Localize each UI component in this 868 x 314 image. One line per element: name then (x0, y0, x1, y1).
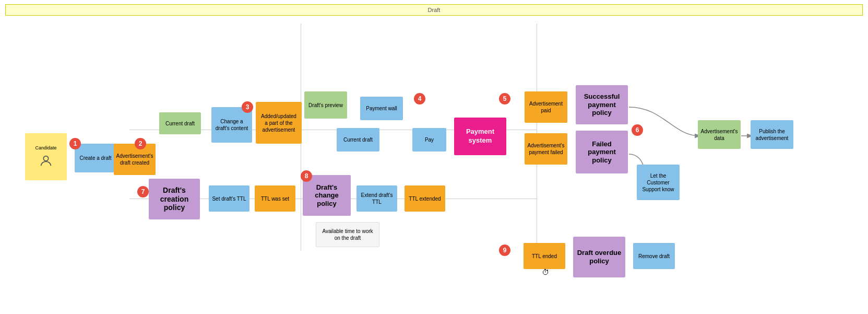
ttl-ended-label: TTL ended (532, 253, 557, 260)
note-ttl-was-set: TTL was set (255, 185, 295, 212)
note-drafts-preview: Draft's preview (304, 91, 347, 119)
badge-1: 1 (69, 138, 81, 149)
note-payment-wall: Payment wall (360, 97, 403, 120)
note-set-drafts-ttl: Set draft's TTL (209, 185, 249, 212)
note-remove-draft: Remove draft (633, 243, 675, 269)
badge-8: 8 (301, 170, 312, 182)
adv-data-label: Advertisement's data (701, 128, 738, 142)
note-draft-overdue-policy: Draft overdue policy (573, 237, 625, 277)
note-drafts-change-policy: Draft's change policy (303, 175, 351, 216)
drafts-preview-label: Draft's preview (308, 102, 343, 109)
badge-9: 9 (499, 245, 510, 256)
current-draft-2-label: Current draft (343, 136, 373, 143)
successful-payment-policy-label: Successful payment policy (579, 92, 625, 117)
badge-2: 2 (135, 138, 146, 149)
payment-wall-label: Payment wall (366, 105, 397, 112)
note-added-updated: Added/updated a part of the advertisemen… (256, 102, 302, 144)
note-current-draft-2: Current draft (337, 128, 379, 152)
note-customer-support: Let the Customer Support know (637, 165, 680, 200)
customer-support-label: Let the Customer Support know (640, 172, 676, 193)
drafts-creation-policy-label: Draft's creation policy (152, 186, 197, 212)
note-drafts-creation-policy: Draft's creation policy (149, 179, 200, 219)
publish-adv-label: Publish the advertisement (754, 128, 790, 142)
note-current-draft-1: Current draft (159, 112, 201, 134)
drafts-change-policy-label: Draft's change policy (306, 183, 348, 208)
adv-draft-created-label: Advertisement's draft created (116, 153, 153, 166)
badge-5: 5 (499, 93, 510, 104)
failed-payment-policy-label: Failed payment policy (579, 140, 625, 165)
note-adv-payment-failed: Advertisement's payment failed (525, 133, 567, 165)
added-updated-label: Added/updated a part of the advertisemen… (259, 113, 299, 133)
note-publish-adv: Publish the advertisement (751, 120, 793, 149)
set-drafts-ttl-label: Set draft's TTL (212, 195, 246, 202)
badge-7: 7 (137, 186, 149, 197)
note-adv-draft-created: Advertisement's draft created (114, 144, 156, 175)
banner-label: Draft (428, 7, 441, 13)
note-create-draft: Create a draft (75, 144, 116, 172)
available-time-label: Available time to work on the draft (319, 228, 376, 241)
badge-3: 3 (242, 101, 253, 113)
note-pay: Pay (412, 128, 446, 152)
note-ttl-ended: TTL ended (524, 243, 565, 269)
adv-paid-label: Advertisement paid (528, 100, 564, 114)
note-available-time: Available time to work on the draft (316, 222, 379, 247)
note-adv-data: Advertisement's data (698, 120, 741, 149)
candidate-label: Candidate (35, 145, 56, 152)
note-candidate: Candidate (25, 133, 67, 180)
payment-system-label: Payment system (457, 127, 503, 145)
current-draft-1-label: Current draft (165, 120, 195, 127)
timer-icon: ⏱ (542, 268, 549, 276)
change-draft-content-label: Change a draft's content (215, 118, 249, 132)
draft-overdue-policy-label: Draft overdue policy (576, 249, 622, 265)
badge-6: 6 (632, 124, 643, 136)
note-successful-payment-policy: Successful payment policy (576, 85, 628, 124)
ttl-extended-label: TTL extended (409, 195, 441, 202)
note-extend-ttl: Extend draft's TTL (356, 185, 397, 212)
extend-ttl-label: Extend draft's TTL (360, 192, 394, 205)
note-failed-payment-policy: Failed payment policy (576, 131, 628, 173)
ttl-was-set-label: TTL was set (261, 195, 289, 202)
note-adv-paid: Advertisement paid (525, 91, 567, 123)
draft-banner: Draft (5, 4, 863, 16)
adv-payment-failed-label: Advertisement's payment failed (528, 142, 565, 156)
remove-draft-label: Remove draft (638, 253, 670, 260)
pay-label: Pay (425, 136, 434, 143)
badge-4: 4 (414, 93, 425, 104)
person-icon (39, 154, 53, 168)
note-payment-system: Payment system (454, 118, 506, 155)
create-draft-label: Create a draft (79, 155, 111, 161)
svg-point-0 (43, 156, 48, 161)
note-ttl-extended: TTL extended (405, 185, 445, 212)
